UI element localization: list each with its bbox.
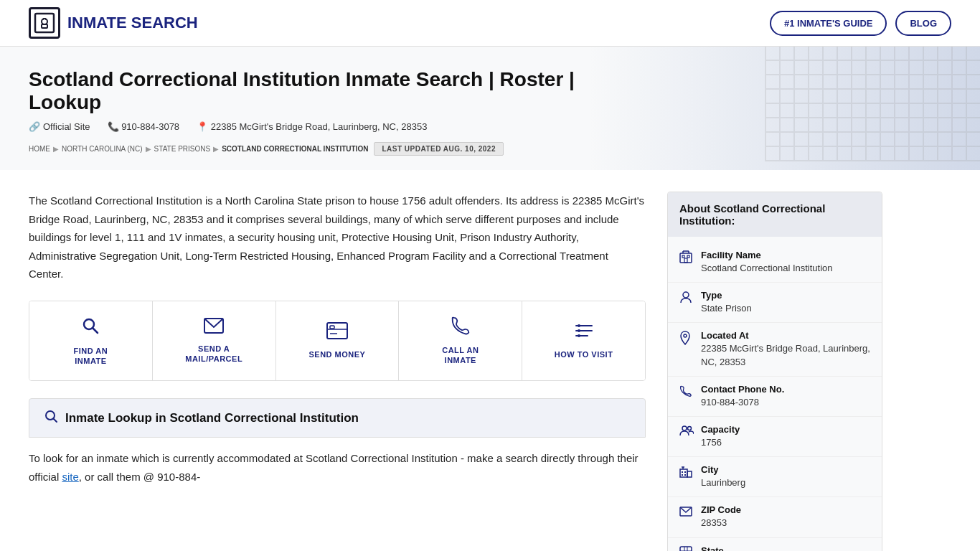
send-money-label: SEND MONEY xyxy=(309,349,366,359)
city-label: City xyxy=(701,464,745,475)
location-value: 22385 McGirt's Bridge Road, Laurinberg, … xyxy=(701,342,870,368)
how-to-visit-icon xyxy=(575,322,593,344)
action-find-inmate[interactable]: FIND ANINMATE xyxy=(29,301,153,381)
description-text: The Scotland Correctional Institution is… xyxy=(29,192,646,283)
svg-line-7 xyxy=(93,328,98,333)
breadcrumb-nc[interactable]: NORTH CAROLINA (NC) xyxy=(62,145,143,153)
official-site-label: Official Site xyxy=(43,121,90,132)
type-label: Type xyxy=(701,290,752,301)
call-inmate-icon xyxy=(451,316,470,339)
capacity-label: Capacity xyxy=(701,424,740,435)
breadcrumb-current: SCOTLAND CORRECTIONAL INSTITUTION xyxy=(222,145,368,153)
city-content: City Laurinberg xyxy=(701,464,745,489)
svg-point-18 xyxy=(578,334,580,337)
phone-content: Contact Phone No. 910-884-3078 xyxy=(701,384,784,409)
send-mail-label: SEND AMAIL/PARCEL xyxy=(185,344,242,364)
header: INMATE SEARCH #1 INMATE'S GUIDE BLOG xyxy=(0,0,980,47)
sidebar-row-city: City Laurinberg xyxy=(668,457,882,497)
address-text: 22385 McGirt's Bridge Road, Laurinberg, … xyxy=(211,121,428,132)
phone-contact-icon xyxy=(679,385,694,409)
action-call-inmate[interactable]: CALL ANINMATE xyxy=(399,301,522,381)
phone-label: Contact Phone No. xyxy=(701,384,784,395)
logo-text: INMATE SEARCH xyxy=(67,14,198,32)
guide-button[interactable]: #1 INMATE'S GUIDE xyxy=(770,11,887,36)
sidebar-body: Facility Name Scotland Correctional Inst… xyxy=(668,237,882,551)
svg-rect-0 xyxy=(35,14,54,32)
svg-rect-33 xyxy=(687,471,692,477)
svg-point-30 xyxy=(682,426,687,430)
capacity-content: Capacity 1756 xyxy=(701,424,740,449)
capacity-value: 1756 xyxy=(701,436,740,449)
svg-point-31 xyxy=(688,426,692,430)
capacity-icon xyxy=(679,425,694,449)
facility-name-value: Scotland Correctional Institution xyxy=(701,262,833,275)
zip-icon xyxy=(679,505,694,529)
hero-section: Scotland Correctional Institution Inmate… xyxy=(0,47,980,170)
sidebar-row-capacity: Capacity 1756 xyxy=(668,417,882,457)
svg-line-20 xyxy=(54,419,57,423)
site-link[interactable]: site xyxy=(62,471,78,483)
breadcrumb: HOME ▶ NORTH CAROLINA (NC) ▶ STATE PRISO… xyxy=(29,145,368,153)
zip-value: 28353 xyxy=(701,517,741,529)
breadcrumb-sep3: ▶ xyxy=(213,145,219,153)
phone-number: 910-884-3078 xyxy=(121,121,179,132)
zip-content: ZIP Code 28353 xyxy=(701,504,741,529)
state-content: State North Carolina (NC) xyxy=(701,545,783,552)
location-content: Located At 22385 McGirt's Bridge Road, L… xyxy=(701,330,870,368)
facility-name-label: Facility Name xyxy=(701,250,833,260)
action-cards: FIND ANINMATE SEND AMAIL/PARCEL xyxy=(29,301,646,382)
main-content: The Scotland Correctional Institution is… xyxy=(29,192,646,551)
location-icon: 📍 xyxy=(197,121,208,132)
svg-rect-34 xyxy=(682,471,683,473)
header-nav: #1 INMATE'S GUIDE BLOG xyxy=(770,11,951,36)
svg-rect-9 xyxy=(327,323,347,339)
sidebar-row-phone: Contact Phone No. 910-884-3078 xyxy=(668,377,882,417)
send-money-icon xyxy=(326,322,348,344)
address-meta: 📍 22385 McGirt's Bridge Road, Laurinberg… xyxy=(197,121,427,132)
how-to-visit-label: HOW TO VISIT xyxy=(555,349,613,359)
page-title: Scotland Correctional Institution Inmate… xyxy=(29,68,603,114)
action-how-to-visit[interactable]: HOW TO VISIT xyxy=(522,301,645,381)
city-value: Laurinberg xyxy=(701,476,745,489)
location-pin-icon xyxy=(679,331,694,368)
hero-bg-decoration xyxy=(765,47,980,161)
sidebar-row-state: State North Carolina (NC) xyxy=(668,538,882,552)
main-container: The Scotland Correctional Institution is… xyxy=(0,170,980,551)
official-site-link[interactable]: 🔗 Official Site xyxy=(29,121,90,132)
logo-icon xyxy=(29,7,60,39)
action-send-money[interactable]: SEND MONEY xyxy=(276,301,400,381)
location-label: Located At xyxy=(701,330,870,341)
sidebar-row-facility: Facility Name Scotland Correctional Inst… xyxy=(668,242,882,283)
action-send-mail[interactable]: SEND AMAIL/PARCEL xyxy=(153,301,276,381)
type-value: State Prison xyxy=(701,302,752,315)
blog-button[interactable]: BLOG xyxy=(895,11,951,36)
svg-point-17 xyxy=(578,329,580,332)
facility-name-content: Facility Name Scotland Correctional Inst… xyxy=(701,250,833,275)
type-content: Type State Prison xyxy=(701,290,752,315)
find-inmate-label: FIND ANINMATE xyxy=(74,346,108,367)
breadcrumb-sep2: ▶ xyxy=(146,145,151,153)
sidebar-title: About Scotland Correctional Institution: xyxy=(668,192,882,237)
svg-point-28 xyxy=(683,292,689,298)
city-icon xyxy=(679,465,694,489)
building-icon xyxy=(679,250,694,275)
sidebar-card: About Scotland Correctional Institution: xyxy=(667,192,882,551)
sidebar-row-location: Located At 22385 McGirt's Bridge Road, L… xyxy=(668,323,882,376)
phone-value: 910-884-3078 xyxy=(701,396,784,409)
breadcrumb-home[interactable]: HOME xyxy=(29,145,50,153)
breadcrumb-state-prisons[interactable]: STATE PRISONS xyxy=(154,145,211,153)
find-inmate-icon xyxy=(80,316,100,340)
sidebar-row-type: Type State Prison xyxy=(668,283,882,323)
sidebar: About Scotland Correctional Institution: xyxy=(667,192,882,551)
lookup-heading: Inmate Lookup in Scotland Correctional I… xyxy=(65,411,359,425)
svg-point-16 xyxy=(578,324,580,327)
phone-icon: 📞 xyxy=(108,121,119,132)
phone-meta: 📞 910-884-3078 xyxy=(108,121,180,132)
svg-rect-2 xyxy=(42,24,47,28)
svg-rect-23 xyxy=(687,255,689,258)
logo-link[interactable]: INMATE SEARCH xyxy=(29,7,198,39)
svg-rect-35 xyxy=(684,471,686,473)
send-mail-icon xyxy=(204,318,224,338)
type-icon xyxy=(679,291,694,315)
svg-rect-22 xyxy=(682,255,684,258)
